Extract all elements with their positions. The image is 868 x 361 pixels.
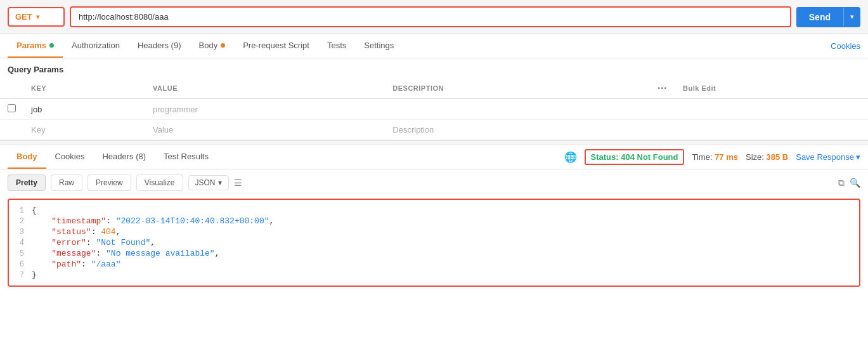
th-extra: ···: [650, 78, 675, 99]
line-content: "error": "Not Found",: [32, 238, 859, 247]
row-checkbox[interactable]: [8, 104, 16, 112]
line-number: 7: [9, 270, 32, 280]
more-options-icon[interactable]: ···: [657, 82, 667, 93]
tab-params-label: Params: [16, 41, 46, 50]
table-row: job programmer: [0, 99, 868, 120]
resp-tab-headers-label: Headers (8): [102, 152, 146, 161]
format-label: JSON: [195, 178, 216, 187]
param-value-placeholder[interactable]: Value: [145, 120, 385, 140]
resp-tab-body-label: Body: [16, 152, 37, 161]
response-meta: 🌐 Status: 404 Not Found Time: 77 ms Size…: [564, 149, 860, 165]
copy-icon[interactable]: ⧉: [838, 178, 845, 188]
tab-params[interactable]: Params: [8, 34, 63, 58]
tab-prerequest[interactable]: Pre-request Script: [234, 34, 318, 58]
time-value: 77 ms: [715, 152, 738, 162]
save-response-chevron: ▾: [856, 152, 860, 162]
resp-tab-headers[interactable]: Headers (8): [93, 145, 155, 169]
send-dropdown-button[interactable]: ▾: [843, 8, 860, 26]
body-dot: [221, 43, 225, 48]
line-content: "status": 404,: [32, 227, 859, 237]
line-number: 6: [9, 259, 32, 269]
cookies-link[interactable]: Cookies: [831, 35, 860, 57]
tab-headers-label: Headers (9): [138, 41, 181, 50]
search-icon[interactable]: 🔍: [850, 178, 860, 188]
params-dot: [49, 43, 54, 48]
tab-tests[interactable]: Tests: [318, 34, 355, 58]
time-info: Time: 77 ms: [692, 152, 738, 162]
tab-settings-label: Settings: [364, 41, 394, 50]
tab-tests-label: Tests: [327, 41, 346, 50]
param-value[interactable]: programmer: [145, 99, 385, 120]
code-line-4: 4 "error": "Not Found",: [9, 237, 859, 248]
tab-authorization[interactable]: Authorization: [63, 34, 129, 58]
th-description: DESCRIPTION: [385, 78, 650, 99]
view-visualize-button[interactable]: Visualize: [136, 174, 183, 191]
param-key[interactable]: job: [23, 99, 145, 120]
line-content: {: [32, 206, 859, 215]
param-key-placeholder[interactable]: Key: [23, 120, 145, 140]
query-params-label: Query Params: [0, 58, 868, 78]
param-description[interactable]: [385, 99, 650, 120]
format-chevron-icon: ▾: [218, 178, 222, 187]
table-row-empty: Key Value Description: [0, 120, 868, 140]
resp-tab-test-results[interactable]: Test Results: [155, 145, 217, 169]
params-table: KEY VALUE DESCRIPTION ··· Bulk Edit job …: [0, 78, 868, 140]
globe-icon[interactable]: 🌐: [564, 151, 577, 163]
top-bar: GET ▾ Send ▾: [0, 0, 868, 34]
status-badge: Status: 404 Not Found: [585, 149, 685, 165]
th-key: KEY: [23, 78, 145, 99]
resp-tab-cookies-label: Cookies: [55, 152, 85, 161]
resp-tab-cookies[interactable]: Cookies: [46, 145, 94, 169]
size-info: Size: 385 B: [746, 152, 788, 162]
view-pretty-button[interactable]: Pretty: [8, 174, 46, 191]
code-line-6: 6 "path": "/aaa": [9, 259, 859, 270]
tab-body[interactable]: Body: [190, 34, 235, 58]
url-input[interactable]: [70, 6, 791, 27]
th-bulk-edit[interactable]: Bulk Edit: [675, 78, 868, 99]
size-value: 385 B: [767, 152, 789, 162]
view-raw-button[interactable]: Raw: [51, 174, 82, 191]
tab-headers[interactable]: Headers (9): [129, 34, 190, 58]
tab-settings[interactable]: Settings: [355, 34, 403, 58]
format-select[interactable]: JSON ▾: [188, 175, 229, 190]
tab-body-label: Body: [199, 41, 218, 50]
response-code-block: 1 { 2 "timestamp": "2022-03-14T10:40:40.…: [8, 199, 860, 287]
code-line-2: 2 "timestamp": "2022-03-14T10:40:40.832+…: [9, 216, 859, 226]
section-divider: [0, 140, 868, 145]
request-tabs-row: Params Authorization Headers (9) Body Pr…: [0, 34, 868, 58]
send-button-group: Send ▾: [796, 7, 860, 27]
method-chevron-icon: ▾: [36, 13, 39, 20]
code-line-3: 3 "status": 404,: [9, 226, 859, 237]
code-line-7: 7 }: [9, 270, 859, 280]
resp-tab-body[interactable]: Body: [8, 145, 46, 169]
response-tabs-row: Body Cookies Headers (8) Test Results 🌐 …: [0, 145, 868, 169]
line-content: }: [32, 270, 859, 280]
line-number: 3: [9, 227, 32, 237]
line-number: 5: [9, 249, 32, 258]
method-label: GET: [15, 12, 32, 22]
code-line-5: 5 "message": "No message available",: [9, 248, 859, 259]
th-value: VALUE: [145, 78, 385, 99]
code-line-1: 1 {: [9, 205, 859, 216]
line-number: 2: [9, 216, 32, 226]
filter-icon[interactable]: ☰: [234, 178, 242, 188]
tab-prerequest-label: Pre-request Script: [243, 41, 309, 50]
line-number: 1: [9, 206, 32, 215]
line-content: "timestamp": "2022-03-14T10:40:40.832+00…: [32, 216, 859, 226]
method-select[interactable]: GET ▾: [8, 7, 65, 27]
view-preview-button[interactable]: Preview: [87, 174, 131, 191]
th-checkbox: [0, 78, 23, 99]
param-desc-placeholder[interactable]: Description: [385, 120, 650, 140]
save-response-button[interactable]: Save Response ▾: [796, 152, 860, 162]
pretty-bar: Pretty Raw Preview Visualize JSON ▾ ☰ ⧉ …: [0, 169, 868, 196]
line-content: "path": "/aaa": [32, 259, 859, 269]
line-content: "message": "No message available",: [32, 249, 859, 258]
tab-authorization-label: Authorization: [72, 41, 120, 50]
send-main-button[interactable]: Send: [796, 7, 843, 27]
line-number: 4: [9, 238, 32, 247]
resp-tab-test-results-label: Test Results: [164, 152, 209, 161]
